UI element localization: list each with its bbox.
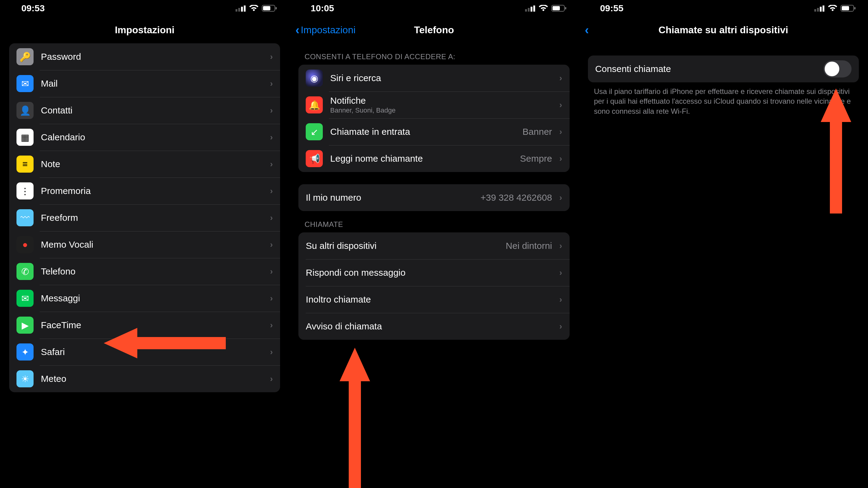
- nav-bar: ‹ Chiamate su altri dispositivi: [579, 17, 868, 43]
- settings-row-note[interactable]: ≡ Note ›: [9, 151, 280, 177]
- chevron-right-icon: ›: [270, 320, 273, 330]
- svg-rect-11: [533, 5, 535, 11]
- settings-row-calendario[interactable]: ▦ Calendario ›: [9, 124, 280, 151]
- settings-row-notifiche[interactable]: 🔔 Notifiche Banner, Suoni, Badge ›: [299, 92, 569, 118]
- settings-row-mail[interactable]: ✉︎ Mail ›: [9, 70, 280, 97]
- voicememo-icon: ●: [17, 236, 34, 253]
- status-bar: 09:55: [579, 0, 868, 17]
- row-detail: Banner: [523, 127, 552, 137]
- section-footer: Usa il piano tariffario di iPhone per ef…: [588, 83, 859, 116]
- battery-icon: [551, 5, 566, 11]
- battery-icon: [262, 5, 277, 11]
- status-bar: 10:05: [289, 0, 579, 17]
- my-number-label: Il mio numero: [306, 192, 473, 203]
- chevron-right-icon: ›: [270, 347, 273, 357]
- svg-rect-14: [565, 7, 566, 9]
- key-icon: 🔑: [17, 48, 34, 65]
- section-header: Consenti a Telefono di accedere a:: [299, 43, 569, 65]
- chevron-right-icon: ›: [559, 100, 562, 110]
- svg-rect-21: [842, 6, 849, 10]
- svg-rect-17: [817, 8, 819, 11]
- settings-list[interactable]: 🔑 Password › ✉︎ Mail › 👤 Contatti › ▦ Ca…: [0, 43, 289, 488]
- chevron-right-icon: ›: [270, 267, 273, 276]
- row-label: Chiamate in entrata: [330, 127, 515, 137]
- settings-row-memo-vocali[interactable]: ● Memo Vocali ›: [9, 231, 280, 258]
- settings-row-rispondi-con-messaggio[interactable]: Rispondi con messaggio ›: [299, 259, 569, 286]
- row-label: Avviso di chiamata: [306, 321, 552, 331]
- settings-row-meteo[interactable]: ☀ Meteo ›: [9, 365, 280, 392]
- svg-rect-2: [241, 7, 243, 11]
- chevron-right-icon: ›: [270, 105, 273, 115]
- my-number-value: +39 328 4262608: [480, 192, 552, 203]
- chevron-right-icon: ›: [270, 293, 273, 303]
- chevron-right-icon: ›: [559, 322, 562, 331]
- row-label: FaceTime: [41, 320, 263, 330]
- row-label: Mail: [41, 78, 263, 89]
- svg-rect-1: [238, 8, 240, 11]
- settings-row-su-altri-dispositivi[interactable]: Su altri dispositivi Nei dintorni ›: [299, 232, 569, 259]
- wifi-icon: [249, 5, 259, 11]
- settings-row-safari[interactable]: ✦ Safari ›: [9, 338, 280, 365]
- row-allow-calls[interactable]: Consenti chiamate: [588, 56, 859, 83]
- row-label: Password: [41, 52, 263, 62]
- chevron-right-icon: ›: [270, 240, 273, 250]
- back-button[interactable]: ‹: [585, 24, 589, 36]
- row-label: Rispondi con messaggio: [306, 267, 552, 278]
- row-my-number[interactable]: Il mio numero +39 328 4262608 ›: [299, 184, 569, 211]
- status-right: [814, 5, 856, 11]
- settings-row-password[interactable]: 🔑 Password ›: [9, 43, 280, 70]
- row-label: Notifiche: [330, 95, 552, 106]
- phone-telefono-settings: 10:05 ‹ Impostazioni Telefono Consenti a…: [289, 0, 579, 488]
- weather-icon: ☀: [17, 370, 34, 387]
- safari-icon: ✦: [17, 344, 34, 360]
- row-label: Telefono: [41, 266, 263, 276]
- chevron-right-icon: ›: [270, 159, 273, 169]
- battery-icon: [841, 5, 856, 11]
- nav-bar: Impostazioni: [0, 17, 289, 43]
- bell-icon: 🔔: [306, 96, 323, 113]
- status-right: [525, 5, 566, 11]
- cellular-icon: [236, 5, 246, 11]
- settings-row-facetime[interactable]: ▶ FaceTime ›: [9, 312, 280, 338]
- facetime-icon: ▶: [17, 317, 34, 334]
- back-label: Impostazioni: [301, 24, 356, 36]
- notes-icon: ≡: [17, 156, 34, 173]
- row-detail: Sempre: [520, 154, 552, 164]
- phone-calls-other-devices: 09:55 ‹ Chiamate su altri dispositivi Co…: [579, 0, 868, 488]
- svg-rect-18: [820, 7, 822, 11]
- chevron-right-icon: ›: [270, 213, 273, 223]
- chevron-right-icon: ›: [559, 268, 562, 278]
- reminders-icon: ⋮: [17, 183, 34, 199]
- settings-row-telefono[interactable]: ✆ Telefono ›: [9, 258, 280, 285]
- cellular-icon: [525, 5, 535, 11]
- contact-icon: 👤: [17, 102, 34, 119]
- svg-rect-19: [823, 5, 825, 11]
- settings-row-inoltro-chiamate[interactable]: Inoltro chiamate ›: [299, 286, 569, 313]
- nav-bar: ‹ Impostazioni Telefono: [289, 17, 579, 43]
- cellular-icon: [814, 5, 825, 11]
- settings-row-freeform[interactable]: 〰 Freeform ›: [9, 204, 280, 231]
- svg-rect-8: [525, 9, 527, 11]
- settings-row-contatti[interactable]: 👤 Contatti ›: [9, 97, 280, 124]
- settings-row-siri-e-ricerca[interactable]: ◉ Siri e ricerca ›: [299, 65, 569, 92]
- row-label: Memo Vocali: [41, 239, 263, 250]
- settings-row-promemoria[interactable]: ⋮ Promemoria ›: [9, 177, 280, 204]
- chevron-right-icon: ›: [270, 132, 273, 142]
- settings-row-messaggi[interactable]: ✉ Messaggi ›: [9, 285, 280, 312]
- section-header: Chiamate: [299, 211, 569, 232]
- row-label: Leggi nome chiamante: [330, 154, 513, 164]
- messages-icon: ✉: [17, 290, 34, 307]
- settings-row-avviso-di-chiamata[interactable]: Avviso di chiamata ›: [299, 313, 569, 340]
- mail-icon: ✉︎: [17, 75, 34, 92]
- row-label: Contatti: [41, 105, 263, 116]
- settings-row-leggi-nome-chiamante[interactable]: 📢 Leggi nome chiamante Sempre ›: [299, 145, 569, 172]
- status-time: 10:05: [311, 3, 334, 13]
- chevron-left-icon: ‹: [295, 24, 299, 36]
- chevron-left-icon: ‹: [585, 24, 589, 36]
- back-button[interactable]: ‹ Impostazioni: [295, 24, 355, 36]
- allow-calls-toggle[interactable]: [824, 60, 851, 77]
- settings-row-chiamate-in-entrata[interactable]: ↙ Chiamate in entrata Banner ›: [299, 118, 569, 145]
- svg-rect-22: [854, 7, 856, 9]
- svg-rect-3: [244, 5, 246, 11]
- svg-rect-0: [236, 9, 237, 11]
